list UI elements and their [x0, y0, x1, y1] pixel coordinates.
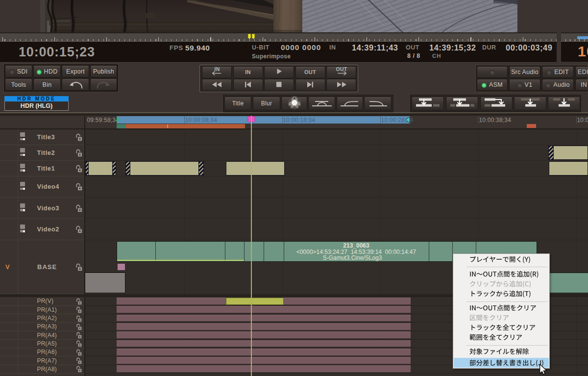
svg-text:OUT: OUT [336, 67, 347, 72]
svg-text:IN: IN [214, 67, 220, 72]
